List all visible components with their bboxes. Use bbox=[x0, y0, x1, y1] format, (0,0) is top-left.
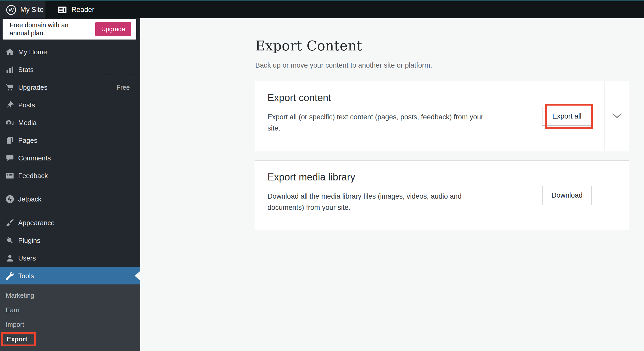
submenu-item-earn[interactable]: Earn bbox=[0, 303, 140, 317]
my-site-tab[interactable]: W My Site bbox=[0, 1, 45, 18]
sidebar-item-label: Posts bbox=[18, 101, 140, 109]
svg-text:W: W bbox=[8, 6, 14, 13]
card-description: Export all (or specific) text content (p… bbox=[267, 112, 491, 134]
sidebar-item-posts[interactable]: Posts bbox=[0, 96, 140, 114]
sidebar-item-label: Stats bbox=[18, 66, 140, 74]
sidebar-item-label: Tools bbox=[18, 272, 140, 280]
sidebar-item-label: Feedback bbox=[18, 172, 140, 180]
submenu-item-label: Import bbox=[6, 321, 24, 328]
sidebar-item-label: Plugins bbox=[18, 237, 140, 245]
user-icon bbox=[5, 254, 15, 263]
reader-icon bbox=[57, 5, 68, 15]
sidebar-item-comments[interactable]: Comments bbox=[0, 149, 140, 167]
page-subtitle: Back up or move your content to another … bbox=[255, 61, 432, 69]
upsell-banner: Free domain with an annual plan Upgrade bbox=[3, 19, 136, 40]
page-title: Export Content bbox=[255, 38, 362, 54]
sidebar-item-users[interactable]: Users bbox=[0, 249, 140, 267]
chevron-down-icon bbox=[612, 113, 622, 120]
sidebar-item-label: Appearance bbox=[18, 219, 140, 227]
media-icon bbox=[5, 118, 15, 127]
card-title: Export content bbox=[267, 92, 331, 103]
pushpin-icon bbox=[5, 100, 15, 110]
submenu-item-label: Export bbox=[7, 335, 27, 343]
wordpress-logo-icon: W bbox=[6, 4, 17, 15]
brush-icon bbox=[5, 218, 15, 228]
sidebar-item-feedback[interactable]: Feedback bbox=[0, 167, 140, 185]
upgrade-button[interactable]: Upgrade bbox=[95, 22, 131, 36]
reader-tab[interactable]: Reader bbox=[52, 1, 100, 18]
export-all-button[interactable]: Export all bbox=[542, 107, 592, 126]
sidebar-item-label: Comments bbox=[18, 154, 140, 162]
card-description: Download all the media library files (im… bbox=[267, 191, 491, 213]
submenu-item-label: Earn bbox=[6, 306, 19, 314]
sidebar-item-media[interactable]: Media bbox=[0, 114, 140, 132]
cart-icon bbox=[5, 83, 15, 92]
sidebar-item-label: Pages bbox=[18, 136, 140, 145]
feedback-icon bbox=[5, 171, 15, 180]
menu-group-spacer bbox=[0, 208, 140, 214]
sidebar-item-my-home[interactable]: My Home bbox=[0, 43, 140, 61]
submenu-item-import[interactable]: Import bbox=[0, 317, 140, 332]
submenu-item-marketing[interactable]: Marketing bbox=[0, 288, 140, 303]
my-site-label: My Site bbox=[20, 6, 44, 14]
submenu-item-export[interactable]: Export bbox=[0, 332, 140, 346]
sidebar-item-label: My Home bbox=[18, 48, 140, 56]
download-button[interactable]: Download bbox=[542, 186, 592, 205]
sidebar-item-jetpack[interactable]: Jetpack bbox=[0, 190, 140, 208]
sidebar-item-pages[interactable]: Pages bbox=[0, 132, 140, 149]
menu-group-spacer bbox=[0, 185, 140, 190]
jetpack-icon bbox=[5, 194, 15, 204]
submenu-item-label: Marketing bbox=[6, 292, 34, 299]
home-icon bbox=[5, 47, 15, 57]
sidebar-item-label: Media bbox=[18, 119, 140, 127]
sidebar-item-label: Upgrades bbox=[18, 83, 117, 92]
sidebar-item-label: Users bbox=[18, 254, 140, 262]
stats-icon bbox=[5, 65, 15, 74]
export-content-card: Export content Export all (or specific) … bbox=[255, 81, 629, 151]
pages-icon bbox=[5, 136, 15, 145]
free-plan-badge: Free bbox=[117, 84, 140, 91]
card-title: Export media library bbox=[267, 172, 355, 183]
sidebar: Free domain with an annual plan Upgrade … bbox=[0, 18, 140, 351]
sidebar-item-appearance[interactable]: Appearance bbox=[0, 214, 140, 232]
sidebar-item-plugins[interactable]: Plugins bbox=[0, 232, 140, 249]
expand-toggle[interactable] bbox=[605, 81, 629, 151]
upsell-text: Free domain with an annual plan bbox=[10, 21, 73, 37]
wrench-icon bbox=[5, 271, 15, 281]
sidebar-item-label: Jetpack bbox=[18, 195, 140, 203]
main-content: Export Content Back up or move your cont… bbox=[140, 18, 644, 351]
tools-submenu: Marketing Earn Import Export bbox=[0, 284, 140, 351]
sidebar-item-stats[interactable]: Stats bbox=[0, 61, 140, 79]
sidebar-item-tools[interactable]: Tools bbox=[0, 267, 140, 285]
masterbar: W My Site Reader bbox=[0, 0, 644, 18]
export-annotation-box: Export bbox=[1, 332, 36, 346]
plug-icon bbox=[5, 236, 15, 245]
sidebar-item-upgrades[interactable]: Upgrades Free bbox=[0, 79, 140, 96]
comment-icon bbox=[5, 153, 15, 163]
reader-label: Reader bbox=[71, 6, 95, 14]
export-media-card: Export media library Download all the me… bbox=[255, 160, 629, 230]
sidebar-menu: My Home Stats Upgrades Free Posts bbox=[0, 43, 140, 285]
